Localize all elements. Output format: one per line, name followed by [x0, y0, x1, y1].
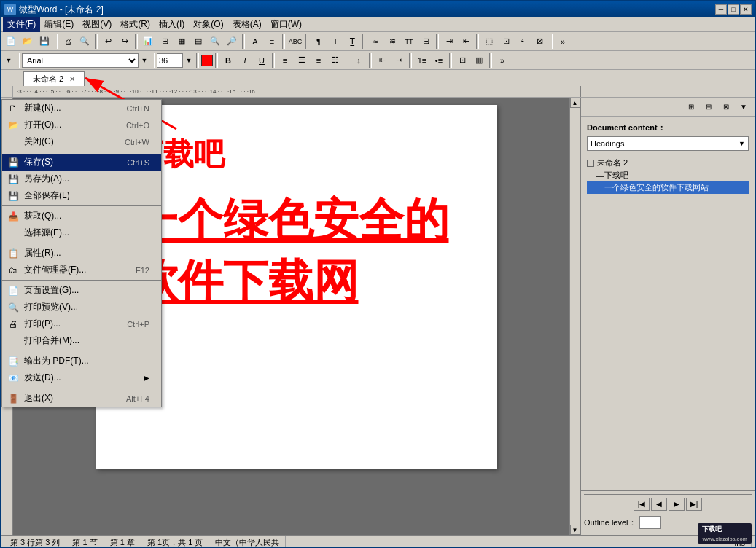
- bold-btn[interactable]: B: [220, 52, 236, 68]
- menu-format[interactable]: 格式(R): [116, 17, 155, 32]
- chart-btn[interactable]: 📊: [140, 34, 156, 50]
- menu-file[interactable]: 文件(F): [3, 17, 40, 32]
- extra1-btn[interactable]: ¶: [311, 34, 327, 50]
- menu-table[interactable]: 表格(A): [228, 17, 266, 32]
- extra7-btn[interactable]: ⊟: [418, 34, 434, 50]
- extra10-btn[interactable]: ⬚: [481, 34, 497, 50]
- font-size-arrow[interactable]: ▼: [184, 52, 194, 68]
- extra2-btn[interactable]: T: [327, 34, 343, 50]
- menu-item-new[interactable]: 🗋 新建(N)... Ctrl+N: [2, 100, 161, 117]
- menu-item-get[interactable]: 📥 获取(Q)...: [2, 208, 161, 224]
- undo-btn[interactable]: ↩: [100, 34, 116, 50]
- menu-item-preview[interactable]: 🔍 打印预览(V)...: [2, 299, 161, 316]
- menu-edit[interactable]: 编辑(E): [40, 17, 78, 32]
- zoom-in-btn[interactable]: 🔍: [207, 34, 223, 50]
- extra8-btn[interactable]: ⇥: [441, 34, 457, 50]
- underline-btn[interactable]: U: [254, 52, 270, 68]
- extra12-btn[interactable]: ⁴: [515, 34, 531, 50]
- menu-window[interactable]: 窗口(W): [266, 17, 306, 32]
- font-name-select[interactable]: Arial: [22, 53, 139, 68]
- font-name-arrow[interactable]: ▼: [139, 52, 149, 68]
- more-btn[interactable]: »: [555, 34, 571, 50]
- table3-btn[interactable]: ▤: [190, 34, 206, 50]
- table2-btn[interactable]: ▦: [174, 34, 190, 50]
- extra6-btn[interactable]: TT: [401, 34, 417, 50]
- menu-item-open[interactable]: 📂 打开(O)... Ctrl+O: [2, 117, 161, 133]
- nav-next-btn[interactable]: ▶: [669, 498, 685, 511]
- menu-item-close[interactable]: 关闭(C) Ctrl+W: [2, 133, 161, 150]
- maximize-button[interactable]: □: [728, 4, 739, 15]
- font-color-btn[interactable]: [201, 55, 213, 66]
- zoom-out-btn[interactable]: 🔎: [224, 34, 240, 50]
- outline-expand-root[interactable]: −: [587, 160, 594, 167]
- menu-view[interactable]: 视图(V): [78, 17, 116, 32]
- menu-object[interactable]: 对象(O): [189, 17, 227, 32]
- indent-less-btn[interactable]: ⇤: [374, 52, 390, 68]
- new-btn[interactable]: 📄: [3, 34, 19, 50]
- align-justify-btn[interactable]: ☷: [327, 52, 343, 68]
- extra5-btn[interactable]: ≋: [384, 34, 400, 50]
- outline-item-1[interactable]: — 下载吧: [587, 169, 749, 181]
- textbox-btn[interactable]: A: [247, 34, 263, 50]
- sep-f3: [196, 53, 199, 68]
- extra13-btn[interactable]: ⊠: [531, 34, 547, 50]
- indent-more-btn[interactable]: ⇥: [391, 52, 407, 68]
- preview-btn[interactable]: 🔍: [77, 34, 93, 50]
- extra11-btn[interactable]: ⊡: [498, 34, 514, 50]
- scroll-down-btn[interactable]: ▼: [570, 525, 580, 535]
- bul-list-btn[interactable]: •≡: [431, 52, 447, 68]
- close-button[interactable]: ✕: [740, 4, 752, 15]
- menu-item-send[interactable]: 📧 发送(D)... ▶: [2, 369, 161, 386]
- menu-item-saveall[interactable]: 💾 全部保存(L): [2, 187, 161, 204]
- border-btn[interactable]: ⊡: [454, 52, 470, 68]
- extra4-btn[interactable]: ≈: [367, 34, 383, 50]
- rp-btn3[interactable]: ⊠: [718, 99, 734, 115]
- outline-item-2[interactable]: — 一个绿色安全的软件下载网站: [587, 181, 749, 194]
- outline-item-root[interactable]: − 未命名 2: [587, 157, 749, 169]
- format-btn[interactable]: ≡: [264, 34, 280, 50]
- rp-more[interactable]: ▼: [736, 99, 752, 115]
- menu-item-pagesetup[interactable]: 📄 页面设置(G)...: [2, 282, 161, 299]
- menu-item-saveas-label: 另存为(A)...: [24, 173, 69, 185]
- extra3-btn[interactable]: T̲: [344, 34, 360, 50]
- scroll-up-btn[interactable]: ▲: [570, 98, 580, 108]
- font-size-input[interactable]: [157, 53, 183, 68]
- save-btn[interactable]: 💾: [36, 34, 52, 50]
- menu-item-saveas[interactable]: 💾 另存为(A)...: [2, 171, 161, 187]
- nav-first-btn[interactable]: |◀: [634, 498, 650, 511]
- menu-item-source[interactable]: 选择源(E)...: [2, 224, 161, 241]
- num-list-btn[interactable]: 1≡: [414, 52, 430, 68]
- menu-item-props[interactable]: 📋 属性(R)...: [2, 245, 161, 262]
- align-center-btn[interactable]: ☰: [294, 52, 310, 68]
- menu-item-print[interactable]: 🖨 打印(P)... Ctrl+P: [2, 316, 161, 332]
- rp-btn2[interactable]: ⊟: [701, 99, 717, 115]
- extra9-btn[interactable]: ⇤: [458, 34, 474, 50]
- tab-doc1[interactable]: 未命名 2 ✕: [23, 71, 85, 86]
- headings-dropdown[interactable]: Headings ▼: [587, 136, 749, 151]
- open-btn[interactable]: 📂: [20, 34, 36, 50]
- menu-item-pdf[interactable]: 📑 输出为 PDF(T)...: [2, 353, 161, 369]
- tab-close-btn[interactable]: ✕: [69, 75, 75, 83]
- line-space-btn[interactable]: ↕: [351, 52, 367, 68]
- more2-btn[interactable]: »: [494, 52, 510, 68]
- redo-btn[interactable]: ↪: [117, 34, 133, 50]
- menu-insert[interactable]: 插入(I): [155, 17, 189, 32]
- rp-btn1[interactable]: ⊞: [683, 99, 699, 115]
- style-dropdown-arrow[interactable]: ▼: [3, 52, 15, 68]
- print-btn[interactable]: 🖨: [60, 34, 76, 50]
- menu-item-printmerge[interactable]: 打印合并(M)...: [2, 332, 161, 349]
- nav-prev-btn[interactable]: ◀: [651, 498, 667, 511]
- table-btn[interactable]: ⊞: [157, 34, 173, 50]
- menu-bar: 文件(F) 编辑(E) 视图(V) 格式(R) 插入(I) 对象(O) 表格(A…: [1, 17, 755, 32]
- spell-btn[interactable]: ABC: [287, 34, 303, 50]
- align-right-btn[interactable]: ≡: [311, 52, 327, 68]
- minimize-button[interactable]: ─: [715, 4, 727, 15]
- italic-btn[interactable]: I: [237, 52, 253, 68]
- outline-level-input[interactable]: [639, 516, 661, 529]
- menu-item-save[interactable]: 💾 保存(S) Ctrl+S: [2, 154, 161, 171]
- shade-btn[interactable]: ▥: [471, 52, 487, 68]
- nav-last-btn[interactable]: ▶|: [686, 498, 702, 511]
- menu-item-exit[interactable]: 🚪 退出(X) Alt+F4: [2, 390, 161, 407]
- align-left-btn[interactable]: ≡: [277, 52, 293, 68]
- menu-item-filemgr[interactable]: 🗂 文件管理器(F)... F12: [2, 262, 161, 278]
